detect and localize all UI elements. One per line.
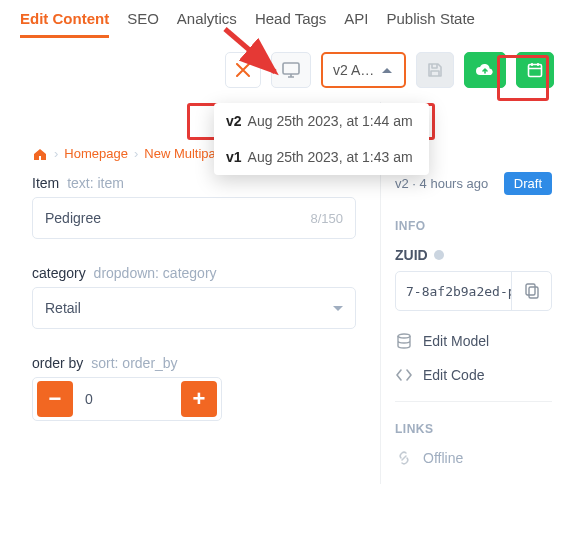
field-category: category dropdown: category Retail (32, 265, 356, 329)
edit-code-link[interactable]: Edit Code (395, 367, 552, 383)
version-option[interactable]: v1 Aug 25th 2023, at 1:43 am (214, 139, 429, 175)
version-dropdown: v2 Aug 25th 2023, at 1:44 am v1 Aug 25th… (214, 103, 429, 175)
version-option-v: v2 (226, 113, 242, 129)
version-option-label: Aug 25th 2023, at 1:44 am (248, 113, 413, 129)
zuid-value[interactable]: 7-8af2b9a2ed-p (396, 272, 511, 310)
schedule-button[interactable] (516, 52, 554, 88)
offline-label: Offline (423, 450, 463, 466)
unlink-icon (395, 450, 413, 466)
home-icon[interactable] (32, 147, 48, 161)
meta-version: v2 · 4 hours ago (395, 176, 488, 191)
field-label: order by sort: order_by (32, 355, 356, 371)
tab-publish-state[interactable]: Publish State (387, 10, 475, 38)
breadcrumb-sep: › (134, 146, 138, 161)
caret-up-icon (382, 68, 392, 73)
edit-code-label: Edit Code (423, 367, 484, 383)
field-label: category dropdown: category (32, 265, 356, 281)
publish-button[interactable] (464, 52, 506, 88)
field-label-text: category (32, 265, 86, 281)
database-icon (395, 333, 413, 349)
section-head-info: INFO (395, 219, 552, 233)
close-button[interactable] (225, 52, 261, 88)
code-icon (395, 369, 413, 381)
version-option-v: v1 (226, 149, 242, 165)
chevron-down-icon (333, 306, 343, 311)
field-item: Item text: item Pedigree 8/150 (32, 175, 356, 239)
zuid-label: ZUID (395, 247, 552, 263)
breadcrumb-item[interactable]: Homepage (64, 146, 128, 161)
version-option-label: Aug 25th 2023, at 1:43 am (248, 149, 413, 165)
field-label-sub: sort: order_by (91, 355, 177, 371)
svg-rect-2 (529, 287, 538, 298)
svg-rect-0 (283, 63, 299, 74)
tab-head-tags[interactable]: Head Tags (255, 10, 326, 38)
tab-seo[interactable]: SEO (127, 10, 159, 38)
orderby-stepper: − 0 + (32, 377, 222, 421)
offline-link: Offline (395, 450, 552, 466)
svg-point-4 (398, 334, 410, 338)
monitor-icon (282, 62, 300, 78)
zuid-box: 7-8af2b9a2ed-p (395, 271, 552, 311)
item-input-value: Pedigree (45, 210, 101, 226)
item-input[interactable]: Pedigree 8/150 (32, 197, 356, 239)
tabs-bar: Edit Content SEO Analytics Head Tags API… (0, 0, 570, 38)
close-icon (236, 63, 250, 77)
edit-model-label: Edit Model (423, 333, 489, 349)
divider (395, 401, 552, 402)
edit-model-link[interactable]: Edit Model (395, 333, 552, 349)
section-head-links: LINKS (395, 422, 552, 436)
tab-edit-content[interactable]: Edit Content (20, 10, 109, 38)
save-icon (427, 62, 443, 78)
svg-rect-1 (529, 65, 542, 77)
field-label-text: Item (32, 175, 59, 191)
version-select-label: v2 A… (333, 62, 374, 78)
field-label: Item text: item (32, 175, 356, 191)
category-select[interactable]: Retail (32, 287, 356, 329)
status-badge: Draft (504, 172, 552, 195)
increment-button[interactable]: + (181, 381, 217, 417)
cloud-upload-icon (475, 63, 495, 77)
copy-icon (525, 283, 539, 299)
decrement-button[interactable]: − (37, 381, 73, 417)
orderby-value[interactable]: 0 (85, 391, 169, 407)
preview-button[interactable] (271, 52, 311, 88)
field-label-sub: dropdown: category (94, 265, 217, 281)
version-select[interactable]: v2 A… (321, 52, 406, 88)
save-button[interactable] (416, 52, 454, 88)
version-option[interactable]: v2 Aug 25th 2023, at 1:44 am (214, 103, 429, 139)
field-label-sub: text: item (67, 175, 124, 191)
calendar-icon (527, 62, 543, 78)
tab-analytics[interactable]: Analytics (177, 10, 237, 38)
category-select-value: Retail (45, 300, 81, 316)
toolbar: v2 A… (0, 38, 570, 102)
meta-row: v2 · 4 hours ago Draft (395, 172, 552, 195)
field-orderby: order by sort: order_by − 0 + (32, 355, 356, 421)
status-dot-icon (434, 250, 444, 260)
tab-api[interactable]: API (344, 10, 368, 38)
svg-rect-3 (526, 284, 535, 295)
breadcrumb-sep: › (54, 146, 58, 161)
char-counter: 8/150 (310, 211, 343, 226)
copy-button[interactable] (511, 272, 551, 310)
field-label-text: order by (32, 355, 83, 371)
